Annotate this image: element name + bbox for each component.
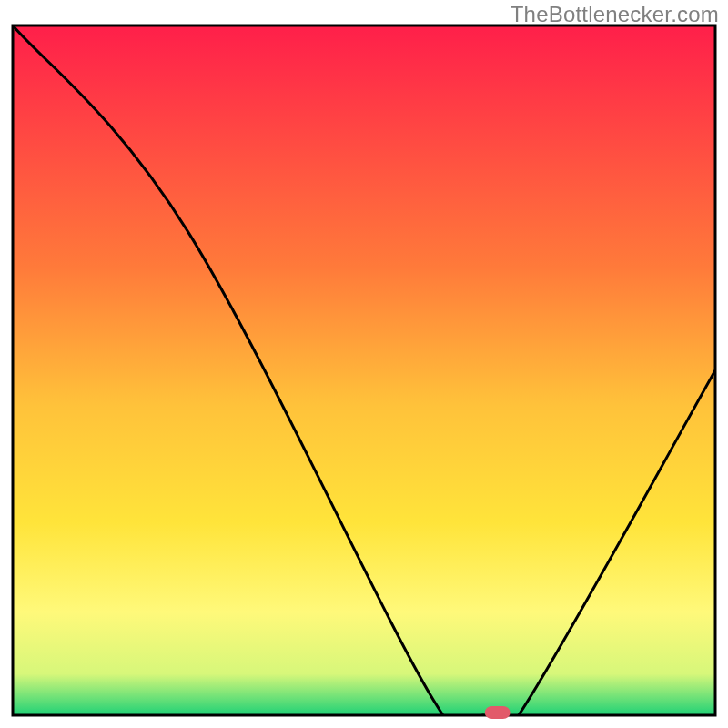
- bottleneck-chart: [0, 0, 728, 728]
- optimal-marker: [485, 706, 511, 719]
- chart-container: TheBottlenecker.com: [0, 0, 728, 728]
- heat-gradient-background: [13, 25, 715, 715]
